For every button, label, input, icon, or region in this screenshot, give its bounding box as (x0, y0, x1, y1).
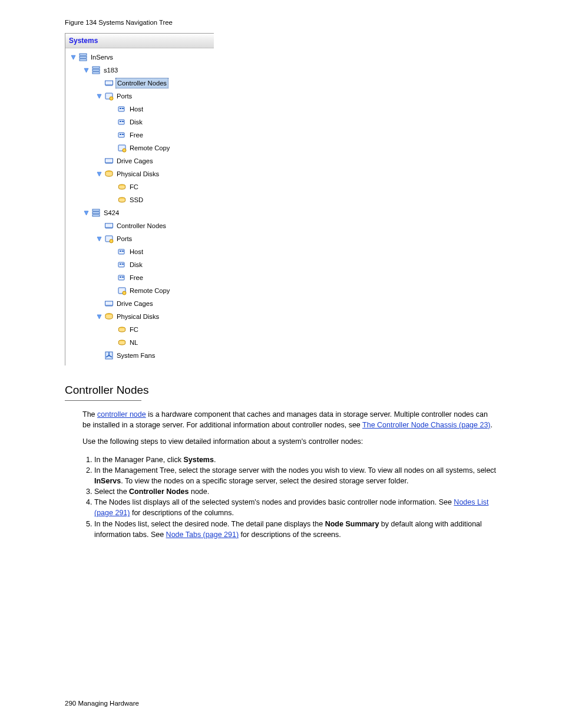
tree-item-ports[interactable]: Ports (95, 90, 213, 103)
ports-icon (104, 234, 114, 243)
page-root: Figure 134 Systems Navigation Tree Syste… (0, 0, 562, 582)
tree-label: Drive Cages (115, 299, 154, 308)
list-item: In the Nodes list, select the desired no… (94, 519, 497, 540)
tree-item-fc[interactable]: FC (108, 323, 213, 336)
ports-icon (104, 91, 114, 101)
tree-item-drive-cages[interactable]: Drive Cages (95, 154, 213, 167)
tree-item-physical-disks[interactable]: Physical Disks (95, 310, 213, 323)
tree-item-remote-copy[interactable]: Remote Copy (108, 141, 213, 154)
text: In the Manager Pane, click (94, 456, 183, 464)
svg-point-28 (123, 149, 126, 152)
drive-cage-icon (104, 299, 114, 308)
expand-icon[interactable] (95, 235, 103, 243)
tree-item-fc[interactable]: FC (108, 180, 213, 193)
tree-label: s183 (103, 65, 119, 75)
tree-label: InServs (90, 52, 114, 62)
server-icon (91, 65, 101, 75)
drive-cage-icon (104, 156, 114, 166)
tree-label: Physical Disks (115, 169, 160, 179)
expand-icon[interactable] (82, 66, 90, 74)
disks-icon (104, 169, 114, 179)
svg-rect-22 (120, 121, 121, 122)
paragraph: The controller node is a hardware compon… (82, 409, 497, 430)
link-controller-chassis[interactable]: The Controller Node Chassis (page 23) (362, 421, 490, 429)
text: The Nodes list displays all of the selec… (94, 498, 454, 506)
no-icon (108, 196, 116, 204)
tree-item-ssd[interactable]: SSD (108, 193, 213, 206)
server-icon (78, 52, 88, 62)
ports-icon (117, 143, 127, 153)
tree-label: Host (128, 247, 144, 256)
tree-item-physical-disks[interactable]: Physical Disks (95, 167, 213, 180)
text: node. (189, 487, 209, 496)
svg-rect-8 (105, 81, 113, 85)
tree-item-inservs[interactable]: InServs (69, 51, 213, 64)
tree-label: S424 (103, 208, 120, 218)
tree-label: Disk (128, 117, 144, 127)
no-icon (108, 144, 116, 152)
tree-item-nl[interactable]: NL (108, 336, 213, 349)
paragraph: Use the following steps to view detailed… (82, 436, 497, 447)
svg-marker-4 (84, 68, 88, 73)
tree-item-disk[interactable]: Disk (108, 258, 213, 271)
svg-rect-3 (80, 59, 87, 61)
tree-item-host[interactable]: Host (108, 103, 213, 116)
list-item: In the Manager Pane, click Systems. (94, 454, 497, 465)
port-icon (117, 260, 127, 269)
expand-icon[interactable] (82, 209, 90, 217)
expand-icon[interactable] (95, 170, 103, 178)
tree-item-drive-cages[interactable]: Drive Cages (95, 297, 213, 310)
tree-item-system-fans[interactable]: System Fans (95, 349, 213, 362)
no-icon (95, 351, 103, 360)
controller-icon (104, 221, 114, 230)
expand-icon[interactable] (69, 53, 77, 61)
bold: InServs (94, 477, 121, 485)
no-icon (108, 248, 116, 256)
no-icon (108, 131, 116, 139)
bold: Controller Nodes (129, 487, 189, 496)
tree-item-free[interactable]: Free (108, 271, 213, 284)
tree-label: Ports (115, 91, 133, 101)
tree-item-free[interactable]: Free (108, 129, 213, 141)
no-icon (108, 261, 116, 269)
expand-icon[interactable] (95, 92, 103, 100)
text: In the Nodes list, select the desired no… (94, 520, 325, 528)
svg-rect-7 (92, 72, 100, 74)
tree-item-controller-nodes[interactable]: Controller Nodes (95, 77, 213, 90)
panel-title: Systems (65, 34, 214, 48)
svg-rect-1 (80, 54, 87, 55)
no-icon (108, 274, 116, 282)
svg-rect-58 (120, 263, 121, 265)
no-icon (108, 286, 116, 295)
tree-item-s424[interactable]: S424 (82, 206, 213, 219)
svg-marker-51 (97, 237, 101, 241)
fan-icon (104, 351, 114, 360)
no-icon (108, 118, 116, 126)
svg-point-64 (123, 291, 126, 295)
tree-label-selected: Controller Nodes (115, 78, 168, 88)
tree-item-controller-nodes[interactable]: Controller Nodes (95, 219, 213, 232)
svg-rect-55 (120, 251, 121, 252)
tree-label: Free (128, 130, 144, 140)
tree-item-remote-copy[interactable]: Remote Copy (108, 284, 213, 297)
disk-icon (117, 325, 127, 334)
tree-item-host[interactable]: Host (108, 245, 213, 258)
text: for descriptions of the columns. (130, 509, 233, 517)
text: . To view the nodes on a specific storag… (121, 477, 408, 485)
section-rule (65, 400, 141, 401)
expand-icon[interactable] (95, 312, 103, 321)
no-icon (95, 299, 103, 308)
tree-item-disk[interactable]: Disk (108, 116, 213, 129)
svg-rect-42 (92, 212, 100, 214)
tree-item-s183[interactable]: s183 (82, 64, 213, 77)
svg-rect-43 (92, 215, 100, 216)
tree-label: NL (128, 338, 139, 347)
text: The (82, 410, 97, 419)
svg-marker-15 (97, 94, 101, 98)
link-controller-node[interactable]: controller node (97, 410, 146, 419)
systems-tree[interactable]: InServs s183 (65, 48, 214, 365)
link-node-tabs[interactable]: Node Tabs (page 291) (166, 531, 239, 539)
svg-rect-26 (122, 134, 124, 135)
tree-item-ports[interactable]: Ports (95, 232, 213, 245)
tree-label: SSD (128, 195, 144, 205)
